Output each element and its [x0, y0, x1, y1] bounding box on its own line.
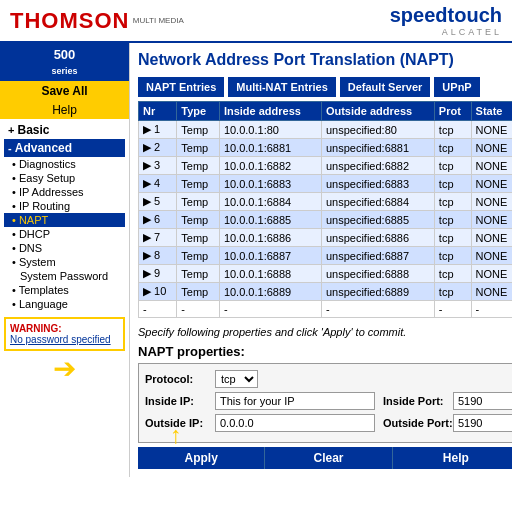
table-row[interactable]: ▶ 7Temp10.0.0.1:6886unspecified:6886tcpN… [139, 229, 513, 247]
sidebar-item-easy-setup[interactable]: Easy Setup [4, 171, 125, 185]
cell-outside: unspecified:6887 [321, 247, 434, 265]
cell-type: Temp [177, 265, 220, 283]
cell-inside: 10.0.0.1:80 [219, 121, 321, 139]
sidebar-item-system[interactable]: System [4, 255, 125, 269]
cell-prot: tcp [434, 157, 471, 175]
cell-outside: unspecified:6884 [321, 193, 434, 211]
sidebar-item-system-password[interactable]: System Password [4, 269, 125, 283]
cell-state: NONE [471, 193, 512, 211]
inside-ip-label: Inside IP: [145, 395, 215, 407]
cell-prot: tcp [434, 229, 471, 247]
cell-type: Temp [177, 229, 220, 247]
sidebar-item-ip-routing[interactable]: IP Routing [4, 199, 125, 213]
protocol-row: Protocol: tcp udp [145, 370, 512, 388]
tab-upnp[interactable]: UPnP [434, 77, 479, 97]
table-row[interactable]: ▶ 4Temp10.0.0.1:6883unspecified:6883tcpN… [139, 175, 513, 193]
outside-ip-input[interactable] [215, 414, 375, 432]
cell-prot: tcp [434, 139, 471, 157]
col-state: State [471, 102, 512, 121]
napt-tabs: NAPT Entries Multi-NAT Entries Default S… [138, 77, 512, 97]
col-nr: Nr [139, 102, 177, 121]
napt-table: Nr Type Inside address Outside address P… [138, 101, 512, 318]
cell-prot: tcp [434, 211, 471, 229]
cell-type: Temp [177, 193, 220, 211]
col-type: Type [177, 102, 220, 121]
sidebar-item-napt[interactable]: NAPT [4, 213, 125, 227]
tab-multi-nat[interactable]: Multi-NAT Entries [228, 77, 335, 97]
cell-prot: tcp [434, 265, 471, 283]
cell-state: NONE [471, 121, 512, 139]
protocol-select[interactable]: tcp udp [215, 370, 258, 388]
table-row[interactable]: ▶ 5Temp10.0.0.1:6884unspecified:6884tcpN… [139, 193, 513, 211]
sidebar-item-templates[interactable]: Templates [4, 283, 125, 297]
cell-arrow: ▶ 9 [139, 265, 177, 283]
page-title: Network Address Port Translation (NAPT) [138, 51, 512, 69]
cell-inside: 10.0.0.1:6889 [219, 283, 321, 301]
table-row[interactable]: ▶ 6Temp10.0.0.1:6885unspecified:6885tcpN… [139, 211, 513, 229]
table-row-empty: ------ [139, 301, 513, 318]
outside-port-input[interactable] [453, 414, 512, 432]
nav-basic[interactable]: Basic [4, 121, 125, 139]
sidebar-item-ip-addresses[interactable]: IP Addresses [4, 185, 125, 199]
cell-arrow: ▶ 4 [139, 175, 177, 193]
inside-port-input[interactable] [453, 392, 512, 410]
header: THOMSON MULTI MEDIA speedtouch ALCATEL [0, 0, 512, 43]
cell-state: NONE [471, 247, 512, 265]
apply-arrow: ↑ [170, 423, 182, 447]
series-badge: 500 series [0, 43, 129, 81]
cell-arrow: ▶ 5 [139, 193, 177, 211]
help-button[interactable]: Help [0, 101, 129, 119]
cell-outside: unspecified:6883 [321, 175, 434, 193]
cell-prot: tcp [434, 193, 471, 211]
warning-arrow: ➔ [0, 355, 129, 383]
sidebar: 500 series Save All Help Basic Advanced … [0, 43, 130, 477]
inside-port-label: Inside Port: [383, 395, 453, 407]
action-bar: Apply Clear Help ↑ [138, 447, 512, 469]
cell-inside: 10.0.0.1:6881 [219, 139, 321, 157]
cell-type: Temp [177, 139, 220, 157]
nav-advanced[interactable]: Advanced [4, 139, 125, 157]
cell-outside: unspecified:80 [321, 121, 434, 139]
outside-ip-row: Outside IP: Outside Port: [145, 414, 512, 432]
col-outside: Outside address [321, 102, 434, 121]
tab-default-server[interactable]: Default Server [340, 77, 431, 97]
speedtouch-logo: speedtouch ALCATEL [390, 4, 502, 37]
cell-inside: 10.0.0.1:6882 [219, 157, 321, 175]
cell-type: Temp [177, 157, 220, 175]
table-row[interactable]: ▶ 10Temp10.0.0.1:6889unspecified:6889tcp… [139, 283, 513, 301]
cell-state: NONE [471, 157, 512, 175]
sidebar-item-dhcp[interactable]: DHCP [4, 227, 125, 241]
cell-arrow: ▶ 6 [139, 211, 177, 229]
tab-napt-entries[interactable]: NAPT Entries [138, 77, 224, 97]
cell-prot: tcp [434, 247, 471, 265]
cell-outside: unspecified:6886 [321, 229, 434, 247]
table-row[interactable]: ▶ 8Temp10.0.0.1:6887unspecified:6887tcpN… [139, 247, 513, 265]
cell-state: NONE [471, 175, 512, 193]
cell-type: Temp [177, 247, 220, 265]
cell-prot: tcp [434, 283, 471, 301]
sidebar-item-diagnostics[interactable]: Diagnostics [4, 157, 125, 171]
protocol-label: Protocol: [145, 373, 215, 385]
warning-link[interactable]: No password specified [10, 334, 119, 345]
outside-port-label: Outside Port: [383, 417, 453, 429]
table-row[interactable]: ▶ 9Temp10.0.0.1:6888unspecified:6888tcpN… [139, 265, 513, 283]
sidebar-item-dns[interactable]: DNS [4, 241, 125, 255]
table-row[interactable]: ▶ 1Temp10.0.0.1:80unspecified:80tcpNONE [139, 121, 513, 139]
apply-button[interactable]: Apply [138, 447, 265, 469]
sidebar-item-language[interactable]: Language [4, 297, 125, 311]
clear-button[interactable]: Clear [265, 447, 392, 469]
cell-prot: tcp [434, 121, 471, 139]
cell-outside: unspecified:6888 [321, 265, 434, 283]
table-row[interactable]: ▶ 2Temp10.0.0.1:6881unspecified:6881tcpN… [139, 139, 513, 157]
table-row[interactable]: ▶ 3Temp10.0.0.1:6882unspecified:6882tcpN… [139, 157, 513, 175]
col-inside: Inside address [219, 102, 321, 121]
cell-type: Temp [177, 283, 220, 301]
cell-outside: unspecified:6882 [321, 157, 434, 175]
cell-arrow: ▶ 8 [139, 247, 177, 265]
save-all-button[interactable]: Save All [0, 81, 129, 101]
cell-type: Temp [177, 121, 220, 139]
props-form: Protocol: tcp udp Inside IP: Inside Port… [138, 363, 512, 443]
cell-state: NONE [471, 265, 512, 283]
inside-ip-input[interactable] [215, 392, 375, 410]
help-action-button[interactable]: Help [393, 447, 512, 469]
